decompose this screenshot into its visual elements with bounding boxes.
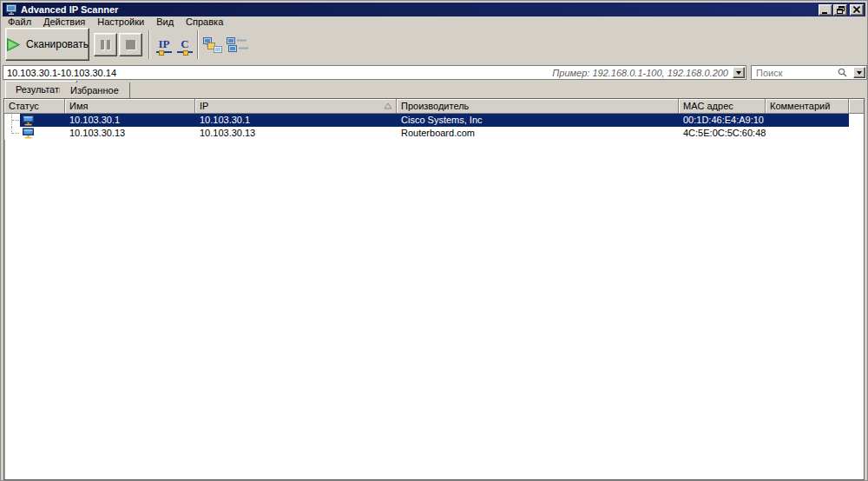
tab-favorites[interactable]: Избранное (60, 82, 130, 98)
menu-view[interactable]: Вид (150, 16, 180, 28)
menu-settings[interactable]: Настройки (91, 16, 150, 28)
column-header-status[interactable]: Статус (4, 99, 65, 114)
ip-range-value: 10.103.30.1-10.103.30.14 (7, 68, 116, 78)
expand-tree-button[interactable] (201, 33, 223, 57)
play-icon (6, 37, 21, 52)
table-row[interactable]: 10.103.30.1 10.103.30.1 Cisco Systems, I… (4, 114, 864, 127)
manufacturer-cell: Routerboard.com (397, 127, 679, 140)
stop-icon (126, 40, 135, 49)
computer-icon (22, 128, 35, 139)
search-placeholder: Поиск (756, 68, 782, 78)
status-cell (20, 114, 65, 127)
toolbar: Сканировать IP C (3, 28, 865, 63)
chevron-down-icon (857, 71, 862, 75)
minimize-icon (822, 6, 829, 14)
tree-branch[interactable] (4, 127, 20, 140)
column-header-comment[interactable]: Комментарий (766, 99, 849, 114)
close-icon (853, 6, 860, 13)
tabbar: Результаты Избранное (3, 81, 865, 98)
scan-button-label: Сканировать (26, 38, 89, 50)
column-header-mac[interactable]: MAC адрес (679, 99, 766, 114)
menu-help[interactable]: Справка (180, 16, 229, 28)
status-cell (20, 127, 65, 140)
ip-range-hint: Пример: 192.168.0.1-100, 192.168.0.200 (552, 68, 728, 78)
sort-ascending-icon (384, 102, 392, 109)
scan-ip-button[interactable]: IP (154, 33, 174, 57)
name-cell: 10.103.30.13 (65, 127, 195, 140)
close-button[interactable] (850, 4, 864, 16)
toolbar-separator (148, 30, 150, 59)
comment-cell (766, 127, 849, 140)
ip-cell: 10.103.30.1 (195, 114, 397, 127)
column-header-name[interactable]: Имя (65, 99, 195, 114)
tree-branch[interactable] (4, 114, 20, 127)
pause-button[interactable] (94, 33, 117, 56)
search-icon (838, 68, 847, 77)
mac-cell: 4C:5E:0C:5C:60:48 (679, 127, 766, 140)
restore-icon (837, 6, 845, 14)
address-dropdown-button[interactable] (733, 67, 745, 78)
app-window: Advanced IP Scanner Фай (0, 0, 868, 481)
column-header-ip[interactable]: IP (195, 99, 397, 114)
ip-subnet-icon: IP (159, 38, 170, 49)
scan-class-c-button[interactable]: C (175, 33, 194, 57)
minimize-button[interactable] (819, 4, 832, 16)
stop-button[interactable] (119, 33, 142, 56)
chevron-down-icon (736, 71, 741, 75)
table-header: Статус Имя IP Производитель MAC адрес Ко… (4, 99, 864, 114)
table-row[interactable]: 10.103.30.13 10.103.30.13 Routerboard.co… (4, 127, 864, 140)
column-header-manufacturer[interactable]: Производитель (397, 99, 679, 114)
titlebar: Advanced IP Scanner (3, 3, 865, 16)
details-view-icon (227, 37, 248, 53)
window-controls (818, 4, 864, 16)
restore-button[interactable] (833, 4, 847, 16)
pause-icon (101, 40, 110, 49)
mac-cell: 00:1D:46:E4:A9:10 (679, 114, 766, 127)
computer-icon (22, 115, 35, 126)
menubar: Файл Действия Настройки Вид Справка (3, 16, 865, 28)
table-body: 10.103.30.1 10.103.30.1 Cisco Systems, I… (4, 114, 864, 140)
menu-file[interactable]: Файл (3, 16, 37, 28)
results-table: Статус Имя IP Производитель MAC адрес Ко… (3, 98, 865, 480)
comment-cell (766, 114, 849, 127)
expand-tree-icon (203, 37, 222, 53)
ip-range-input[interactable]: 10.103.30.1-10.103.30.14 Пример: 192.168… (3, 65, 746, 80)
details-view-button[interactable] (226, 33, 249, 57)
app-icon (6, 4, 17, 15)
menu-actions[interactable]: Действия (37, 16, 91, 28)
search-input[interactable]: Поиск (751, 65, 867, 80)
manufacturer-cell: Cisco Systems, Inc (397, 114, 679, 127)
search-dropdown-button[interactable] (853, 67, 865, 78)
scan-button[interactable]: Сканировать (5, 28, 89, 61)
name-cell: 10.103.30.1 (65, 114, 195, 127)
class-c-icon: C (181, 38, 188, 49)
window-title: Advanced IP Scanner (21, 4, 118, 15)
address-row: 10.103.30.1-10.103.30.14 Пример: 192.168… (1, 65, 867, 80)
column-header-filler (849, 99, 864, 114)
toolbar-separator (197, 30, 199, 59)
ip-cell: 10.103.30.13 (195, 127, 397, 140)
